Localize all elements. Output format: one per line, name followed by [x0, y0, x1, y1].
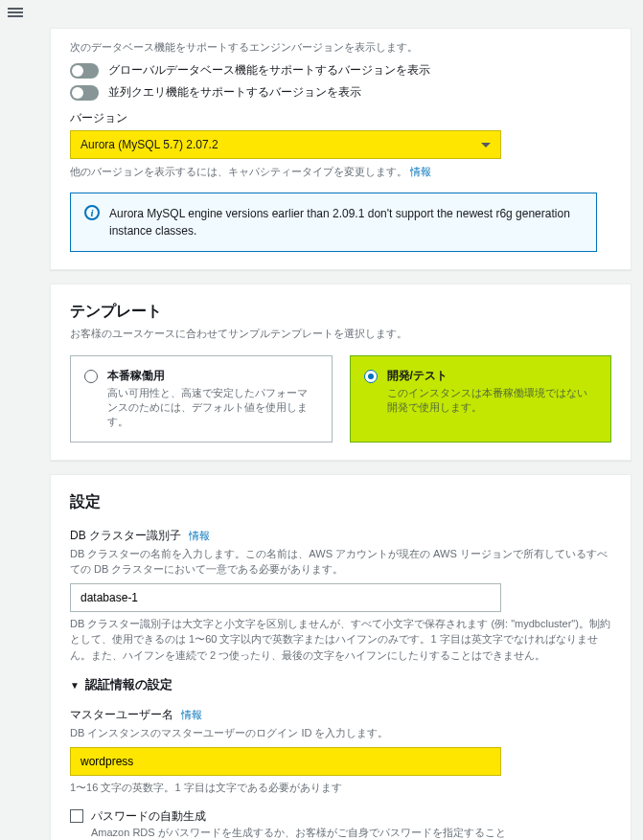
master-user-label: マスターユーザー名	[70, 707, 173, 723]
templates-subtitle: お客様のユースケースに合わせてサンプルテンプレートを選択します。	[70, 326, 611, 342]
info-text: Aurora MySQL engine versions earlier tha…	[109, 205, 583, 239]
engine-desc: 次のデータベース機能をサポートするエンジンバージョンを表示します。	[70, 38, 611, 55]
master-user-input[interactable]	[70, 747, 501, 776]
master-user-desc: DB インスタンスのマスターユーザーのログイン ID を入力します。	[70, 725, 611, 741]
toggle-parallel-query-label: 並列クエリ機能をサポートするバージョンを表示	[108, 84, 361, 101]
chevron-down-icon	[481, 143, 491, 148]
production-desc: 高い可用性と、高速で安定したパフォーマンスのためには、デフォルト値を使用します。	[107, 386, 318, 430]
cluster-id-info-link[interactable]: 情報	[189, 529, 210, 543]
auto-password-label: パスワードの自動生成	[91, 808, 513, 825]
auto-password-desc: Amazon RDS がパスワードを生成するか、お客様がご自身でパスワードを指定…	[91, 825, 513, 840]
version-label: バージョン	[70, 110, 611, 126]
credentials-header[interactable]: ▼ 認証情報の設定	[70, 676, 611, 693]
toggle-global-db[interactable]	[70, 63, 99, 79]
menu-icon[interactable]	[8, 6, 23, 19]
settings-title: 設定	[70, 492, 611, 512]
chevron-down-icon: ▼	[70, 680, 80, 691]
master-user-hint: 1〜16 文字の英数字。1 字目は文字である必要があります	[70, 780, 611, 796]
devtest-desc: このインスタンスは本番稼働環境ではない開発で使用します。	[387, 386, 598, 416]
version-note: 他のバージョンを表示するには、キャパシティータイプを変更します。	[70, 166, 407, 177]
templates-panel: テンプレート お客様のユースケースに合わせてサンプルテンプレートを選択します。 …	[50, 284, 632, 461]
cluster-id-input[interactable]	[70, 583, 501, 612]
radio-production[interactable]	[84, 370, 98, 383]
devtest-title: 開発/テスト	[387, 368, 598, 384]
info-icon: i	[84, 205, 100, 220]
cluster-id-desc: DB クラスターの名前を入力します。この名前は、AWS アカウントが現在の AW…	[70, 546, 611, 578]
credentials-title: 認証情報の設定	[85, 676, 172, 693]
master-user-info-link[interactable]: 情報	[181, 708, 202, 722]
toggle-parallel-query[interactable]	[70, 85, 99, 101]
production-title: 本番稼働用	[107, 368, 318, 384]
cluster-id-label: DB クラスター識別子	[70, 528, 181, 544]
auto-password-checkbox[interactable]	[70, 809, 83, 823]
toggle-global-db-label: グローバルデータベース機能をサポートするバージョンを表示	[108, 62, 430, 79]
templates-title: テンプレート	[70, 302, 611, 322]
radio-devtest[interactable]	[364, 370, 378, 383]
template-option-production[interactable]: 本番稼働用 高い可用性と、高速で安定したパフォーマンスのためには、デフォルト値を…	[70, 355, 333, 443]
engine-version-panel: 次のデータベース機能をサポートするエンジンバージョンを表示します。 グローバルデ…	[50, 28, 632, 270]
version-value: Aurora (MySQL 5.7) 2.07.2	[80, 138, 218, 151]
version-select[interactable]: Aurora (MySQL 5.7) 2.07.2	[70, 130, 501, 159]
template-option-devtest[interactable]: 開発/テスト このインスタンスは本番稼働環境ではない開発で使用します。	[350, 355, 612, 443]
info-alert: i Aurora MySQL engine versions earlier t…	[70, 193, 597, 252]
cluster-id-hint: DB クラスター識別子は大文字と小文字を区別しませんが、すべて小文字で保存されま…	[70, 616, 611, 664]
settings-panel: 設定 DB クラスター識別子 情報 DB クラスターの名前を入力します。この名前…	[50, 474, 632, 840]
version-info-link[interactable]: 情報	[410, 166, 431, 177]
